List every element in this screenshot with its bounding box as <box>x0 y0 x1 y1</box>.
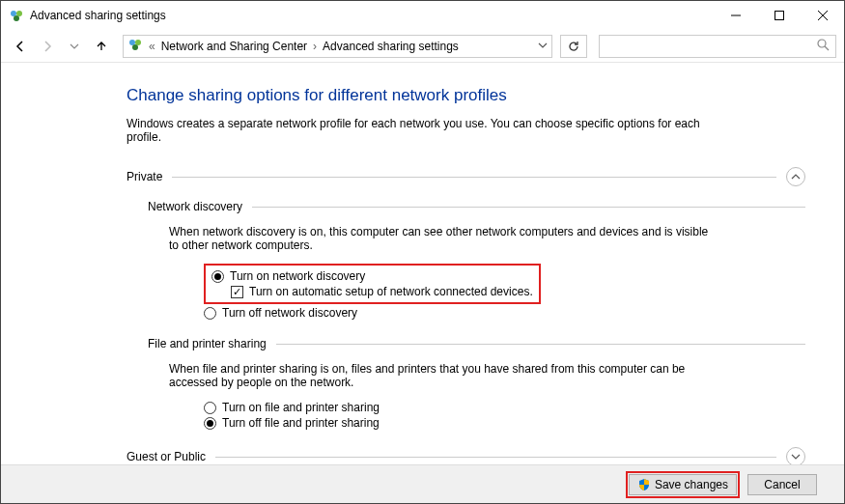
file-printer-sharing-section: File and printer sharing When file and p… <box>148 337 805 430</box>
address-expand-button[interactable] <box>538 40 548 53</box>
profile-label: Private <box>127 170 162 183</box>
navigation-bar: « Network and Sharing Center › Advanced … <box>1 30 844 63</box>
svg-point-2 <box>14 15 19 21</box>
close-button[interactable] <box>801 1 844 30</box>
save-changes-button[interactable]: Save changes <box>629 474 737 495</box>
search-box[interactable] <box>599 35 836 58</box>
breadcrumb-prefix-icon: « <box>149 40 155 53</box>
section-description: When file and printer sharing is on, fil… <box>169 362 710 389</box>
breadcrumb-item[interactable]: Advanced sharing settings <box>323 40 459 53</box>
svg-point-1 <box>16 11 22 16</box>
divider <box>276 344 805 345</box>
option-label: Turn on file and printer sharing <box>222 401 380 414</box>
radio-icon <box>204 307 216 320</box>
search-icon <box>817 39 830 54</box>
option-label: Turn off network discovery <box>222 306 357 320</box>
checkbox-icon <box>231 286 243 298</box>
minimize-button[interactable] <box>714 1 757 30</box>
chevron-right-icon: › <box>313 40 317 53</box>
radio-turn-off-file-printer-sharing[interactable]: Turn off file and printer sharing <box>204 416 805 430</box>
option-label: Turn on automatic setup of network conne… <box>249 285 533 298</box>
divider <box>252 207 805 208</box>
checkbox-auto-setup[interactable]: Turn on automatic setup of network conne… <box>231 285 533 298</box>
maximize-button[interactable] <box>757 1 801 30</box>
svg-rect-4 <box>775 12 783 20</box>
radio-turn-on-network-discovery[interactable]: Turn on network discovery <box>211 269 533 283</box>
cancel-button[interactable]: Cancel <box>747 474 817 495</box>
section-description: When network discovery is on, this compu… <box>169 225 710 252</box>
address-bar[interactable]: « Network and Sharing Center › Advanced … <box>123 35 552 58</box>
section-title: Network discovery <box>148 200 242 213</box>
network-icon <box>127 37 143 55</box>
option-label: Turn off file and printer sharing <box>222 416 380 430</box>
collapse-icon[interactable] <box>786 167 805 186</box>
window-title: Advanced sharing settings <box>30 9 714 22</box>
forward-button[interactable] <box>36 35 59 58</box>
section-title: File and printer sharing <box>148 337 267 350</box>
recent-locations-button[interactable] <box>63 35 86 58</box>
page-heading: Change sharing options for different net… <box>127 86 805 105</box>
back-button[interactable] <box>9 35 32 58</box>
profile-private-header[interactable]: Private <box>127 167 805 186</box>
expand-icon[interactable] <box>786 447 805 464</box>
radio-icon <box>204 402 216 414</box>
svg-point-9 <box>132 44 138 50</box>
svg-point-8 <box>135 40 141 45</box>
footer-bar: Save changes Cancel <box>1 464 844 503</box>
svg-point-0 <box>11 11 16 16</box>
shield-icon <box>637 478 651 491</box>
button-label: Cancel <box>764 478 800 491</box>
up-button[interactable] <box>90 35 113 58</box>
refresh-button[interactable] <box>560 35 587 58</box>
highlight-annotation: Turn on network discovery Turn on automa… <box>204 264 541 304</box>
divider <box>215 457 776 458</box>
radio-turn-off-network-discovery[interactable]: Turn off network discovery <box>204 306 805 320</box>
radio-turn-on-file-printer-sharing[interactable]: Turn on file and printer sharing <box>204 401 805 414</box>
svg-line-11 <box>825 46 829 50</box>
search-input[interactable] <box>606 39 817 54</box>
radio-icon <box>211 270 224 283</box>
profile-guest-header[interactable]: Guest or Public <box>127 447 805 464</box>
content-area: Change sharing options for different net… <box>1 63 844 464</box>
svg-point-10 <box>818 40 826 47</box>
svg-point-7 <box>129 40 135 45</box>
window-controls <box>714 1 844 30</box>
network-discovery-section: Network discovery When network discovery… <box>148 200 805 320</box>
radio-icon <box>204 417 216 430</box>
breadcrumb-item[interactable]: Network and Sharing Center <box>161 40 307 53</box>
highlight-annotation: Save changes <box>626 471 740 498</box>
profile-label: Guest or Public <box>127 450 206 463</box>
divider <box>172 177 776 178</box>
button-label: Save changes <box>655 478 728 491</box>
page-description: Windows creates a separate network profi… <box>127 117 706 144</box>
title-bar: Advanced sharing settings <box>1 1 844 30</box>
option-label: Turn on network discovery <box>230 269 365 283</box>
app-icon <box>9 8 24 23</box>
